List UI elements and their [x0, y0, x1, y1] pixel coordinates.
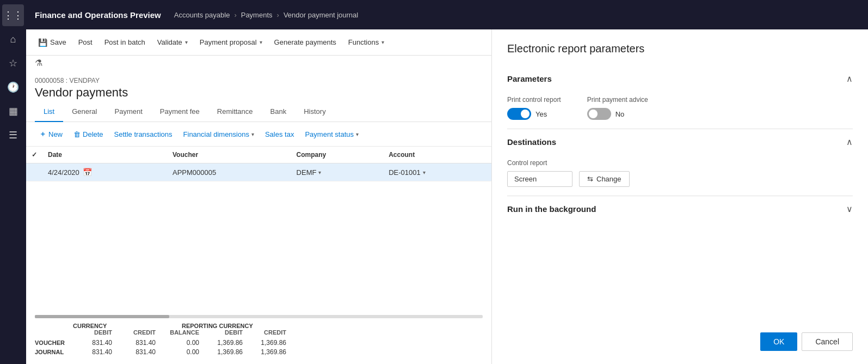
payment-status-chevron-icon: ▾ — [356, 131, 359, 137]
filter-icon[interactable]: ⚗ — [35, 58, 42, 68]
col-rep-debit: DEBIT — [204, 329, 247, 336]
filter-area: ⚗ — [26, 56, 491, 70]
sidebar: ⋮⋮ ⌂ ☆ 🕐 ▦ ☰ — [0, 0, 26, 364]
currency-label: CURRENCY — [73, 323, 182, 329]
journal-title: Vendor payments — [35, 86, 483, 100]
sidebar-apps-icon[interactable]: ⋮⋮ — [2, 4, 24, 26]
sidebar-grid-icon[interactable]: ▦ — [2, 100, 24, 122]
col-debit: DEBIT — [73, 329, 116, 336]
action-bar: ＋ New 🗑 Delete Settle transactions Finan… — [26, 122, 491, 147]
panel-footer: OK Cancel — [507, 319, 853, 351]
tab-payment[interactable]: Payment — [106, 102, 151, 122]
tab-general[interactable]: General — [63, 102, 106, 122]
dest-value: Screen — [507, 171, 572, 187]
calendar-icon[interactable]: 📅 — [83, 168, 92, 177]
tabs: List General Payment Payment fee Remitta… — [26, 102, 491, 122]
account-dropdown-icon[interactable]: ▾ — [423, 169, 426, 175]
row-account: DE-01001 ▾ — [383, 163, 491, 181]
breadcrumb-sep-2: › — [277, 11, 279, 19]
run-bg-collapse-icon: ∨ — [846, 204, 853, 214]
print-control-report-toggle[interactable] — [507, 108, 531, 120]
generate-payments-button[interactable]: Generate payments — [269, 35, 342, 50]
save-icon: 💾 — [38, 38, 47, 47]
functions-button[interactable]: Functions ▾ — [343, 35, 390, 50]
col-company: Company — [291, 147, 384, 163]
param-row: Print control report Yes Print payment a… — [507, 96, 853, 120]
run-in-background-section: Run in the background ∨ — [507, 196, 853, 222]
reporting-currency-label: REPORTING CURRENCY — [182, 323, 291, 329]
print-payment-advice-label: Print payment advice — [587, 96, 648, 104]
parameters-title: Parameters — [507, 74, 552, 83]
table-row[interactable]: 4/24/2020 📅 APPM000005 DEMF ▾ — [26, 163, 491, 181]
breadcrumb-vendor-payment-journal[interactable]: Vendor payment journal — [284, 11, 358, 19]
ok-button[interactable]: OK — [760, 332, 797, 351]
sales-tax-button[interactable]: Sales tax — [261, 128, 298, 141]
post-button[interactable]: Post — [73, 35, 98, 50]
right-panel: Electronic report parameters Parameters … — [491, 29, 868, 364]
change-button[interactable]: ⇆ Change — [579, 171, 630, 187]
tab-remittance[interactable]: Remittance — [208, 102, 262, 122]
post-batch-button[interactable]: Post in batch — [99, 35, 151, 50]
col-credit: CREDIT — [116, 329, 160, 336]
settle-transactions-button[interactable]: Settle transactions — [110, 128, 177, 141]
financial-dimensions-button[interactable]: Financial dimensions ▾ — [179, 128, 258, 141]
row-company: DEMF ▾ — [291, 163, 384, 181]
main-area: Finance and Operations Preview Accounts … — [26, 0, 868, 364]
payment-status-button[interactable]: Payment status ▾ — [300, 128, 363, 141]
run-bg-collapse-header[interactable]: Run in the background ∨ — [507, 196, 853, 222]
sidebar-home-icon[interactable]: ⌂ — [2, 28, 24, 50]
row-check — [26, 163, 42, 181]
tab-list[interactable]: List — [35, 102, 63, 122]
summary-section: CURRENCY REPORTING CURRENCY DEBIT CREDIT… — [26, 315, 491, 364]
col-account: Account — [383, 147, 491, 163]
company-dropdown-icon[interactable]: ▾ — [318, 169, 321, 175]
print-control-report-label: Print control report — [507, 96, 561, 104]
breadcrumb-payments[interactable]: Payments — [241, 11, 273, 19]
save-button[interactable]: 💾 Save — [33, 35, 72, 50]
parameters-collapse-header[interactable]: Parameters ∧ — [507, 66, 853, 92]
destinations-collapse-icon: ∧ — [846, 137, 853, 147]
summary-header: CURRENCY REPORTING CURRENCY DEBIT CREDIT… — [35, 323, 483, 336]
app-title: Finance and Operations Preview — [35, 10, 161, 20]
destinations-section: Destinations ∧ Control report Screen ⇆ C… — [507, 129, 853, 196]
run-bg-title: Run in the background — [507, 204, 596, 214]
print-control-report-value: Yes — [535, 110, 547, 118]
col-voucher: Voucher — [167, 147, 291, 163]
tab-history[interactable]: History — [295, 102, 334, 122]
sidebar-star-icon[interactable]: ☆ — [2, 52, 24, 74]
tab-payment-fee[interactable]: Payment fee — [151, 102, 208, 122]
col-rep-credit: CREDIT — [247, 329, 291, 336]
new-button[interactable]: ＋ New — [35, 126, 67, 142]
summary-journal-row: JOURNAL 831.40 831.40 0.00 1,369.86 1,36… — [35, 348, 483, 356]
destinations-title: Destinations — [507, 137, 556, 147]
parameters-section: Parameters ∧ Print control report Yes — [507, 66, 853, 129]
row-date: 4/24/2020 📅 — [42, 163, 167, 181]
journal-section: 💾 Save Post Post in batch Validate ▾ Pay… — [26, 29, 491, 364]
breadcrumb: Accounts payable › Payments › Vendor pay… — [174, 11, 358, 19]
tab-bank[interactable]: Bank — [262, 102, 296, 122]
validate-button[interactable]: Validate ▾ — [152, 35, 193, 50]
toggle-knob-off — [589, 110, 598, 118]
functions-chevron-icon: ▾ — [381, 39, 384, 45]
params-content: Print control report Yes Print payment a… — [507, 92, 853, 129]
dest-row: Screen ⇆ Change — [507, 171, 853, 187]
col-check: ✓ — [26, 147, 42, 163]
destinations-collapse-header[interactable]: Destinations ∧ — [507, 129, 853, 155]
print-payment-advice-toggle-group: No — [587, 108, 648, 120]
header-bar: Finance and Operations Preview Accounts … — [26, 0, 868, 29]
journal-id: 00000058 : VENDPAY — [35, 77, 483, 84]
toggle-knob-on — [521, 110, 530, 118]
print-payment-advice-value: No — [615, 110, 625, 118]
cancel-button[interactable]: Cancel — [802, 332, 853, 351]
delete-icon: 🗑 — [73, 130, 81, 138]
sidebar-clock-icon[interactable]: 🕐 — [2, 76, 24, 98]
payment-proposal-button[interactable]: Payment proposal ▾ — [194, 35, 268, 50]
delete-button[interactable]: 🗑 Delete — [69, 128, 108, 141]
sidebar-list-icon[interactable]: ☰ — [2, 124, 24, 146]
toolbar: 💾 Save Post Post in batch Validate ▾ Pay… — [26, 29, 491, 56]
col-balance: BALANCE — [160, 329, 204, 336]
print-control-report-item: Print control report Yes — [507, 96, 561, 120]
print-payment-advice-toggle[interactable] — [587, 108, 611, 120]
breadcrumb-accounts-payable[interactable]: Accounts payable — [174, 11, 230, 19]
control-report-label: Control report — [507, 159, 853, 167]
